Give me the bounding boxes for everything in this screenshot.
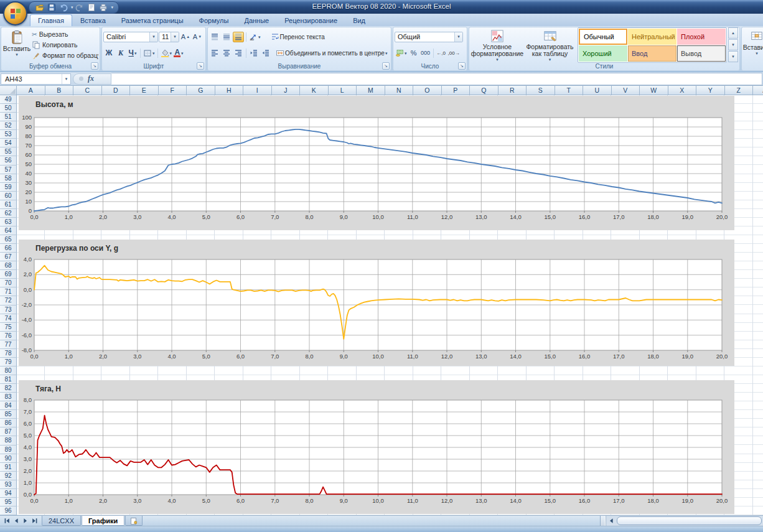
row-header-51[interactable]: 51 [0, 113, 17, 121]
scroll-left-button[interactable] [606, 516, 616, 526]
sheet-nav-next-button[interactable] [21, 516, 30, 525]
paste-button[interactable]: Вставить ▾ [2, 29, 31, 61]
row-header-61[interactable]: 61 [0, 200, 17, 209]
ribbon-tab-review[interactable]: Рецензирование [277, 15, 345, 26]
bold-button[interactable]: Ж [103, 48, 115, 58]
undo-button[interactable] [58, 2, 68, 12]
column-header-C[interactable]: C [73, 86, 102, 95]
quick-print-button[interactable] [98, 2, 109, 12]
cell-style-output[interactable]: Вывод [677, 45, 726, 62]
name-box[interactable]: AH43 ▾ [1, 73, 71, 85]
row-header-91[interactable]: 91 [0, 463, 17, 472]
row-header-81[interactable]: 81 [0, 375, 17, 384]
ribbon-tab-data[interactable]: Данные [236, 15, 276, 26]
ribbon-tab-insert[interactable]: Вставка [73, 15, 113, 26]
redo-button[interactable] [75, 2, 85, 12]
row-header-87[interactable]: 87 [0, 427, 17, 436]
align-bottom-button[interactable] [233, 32, 244, 42]
insert-cells-button[interactable]: Вставить ▾ [743, 29, 763, 61]
row-header-57[interactable]: 57 [0, 166, 17, 174]
row-header-69[interactable]: 69 [0, 270, 17, 279]
row-header-58[interactable]: 58 [0, 174, 17, 183]
ribbon-tab-page-layout[interactable]: Разметка страницы [114, 15, 191, 26]
row-header-50[interactable]: 50 [0, 104, 17, 113]
qat-customize-icon[interactable]: ▾ [111, 5, 114, 10]
row-header-70[interactable]: 70 [0, 279, 17, 287]
column-header-L[interactable]: L [329, 86, 357, 95]
row-header-59[interactable]: 59 [0, 183, 17, 192]
accounting-format-button[interactable]: ▾ [395, 48, 408, 58]
row-header-85[interactable]: 85 [0, 410, 17, 419]
row-header-67[interactable]: 67 [0, 253, 17, 261]
row-header-77[interactable]: 77 [0, 340, 17, 349]
increase-decimal-button[interactable]: ←,0 [436, 48, 447, 58]
italic-button[interactable]: К [115, 48, 126, 58]
font-name-combo[interactable]: Calibri▾ [103, 32, 158, 42]
row-header-55[interactable]: 55 [0, 147, 17, 156]
row-header-71[interactable]: 71 [0, 287, 17, 296]
number-dialog-launcher[interactable]: ↘ [458, 62, 466, 70]
row-header-86[interactable]: 86 [0, 419, 17, 427]
row-header-75[interactable]: 75 [0, 323, 17, 332]
horizontal-scrollbar[interactable] [606, 516, 763, 526]
name-box-dropdown-arrow[interactable]: ▾ [62, 74, 70, 84]
decrease-font-button[interactable]: A▼ [192, 32, 203, 42]
cell-style-normal[interactable]: Обычный [579, 29, 627, 45]
sheet-nav-last-button[interactable] [30, 516, 39, 525]
sheet-tab-24lcxx[interactable]: 24LCXX [42, 516, 81, 526]
column-header-B[interactable]: B [45, 86, 74, 95]
scrollbar-thumb[interactable] [617, 516, 762, 525]
wrap-text-button[interactable]: Перенос текста [271, 31, 325, 43]
row-header-66[interactable]: 66 [0, 244, 17, 253]
column-header-A[interactable]: A [17, 86, 45, 95]
styles-scroll-down-button[interactable]: ▼ [728, 39, 738, 50]
comma-style-button[interactable]: 000 [420, 48, 431, 58]
row-header-83[interactable]: 83 [0, 393, 17, 401]
column-header-I[interactable]: I [243, 86, 272, 95]
column-header-X[interactable]: X [668, 86, 697, 95]
row-header-84[interactable]: 84 [0, 401, 17, 410]
row-header-95[interactable]: 95 [0, 498, 17, 506]
row-header-76[interactable]: 76 [0, 332, 17, 340]
column-header-D[interactable]: D [102, 86, 131, 95]
row-header-90[interactable]: 90 [0, 454, 17, 463]
column-header-K[interactable]: K [300, 86, 329, 95]
cell-style-bad[interactable]: Плохой [677, 29, 726, 45]
paste-dropdown-arrow[interactable]: ▾ [16, 52, 18, 57]
column-header-T[interactable]: T [555, 86, 584, 95]
align-top-button[interactable] [209, 32, 220, 42]
column-header-N[interactable]: N [385, 86, 414, 95]
column-header-V[interactable]: V [612, 86, 640, 95]
clipboard-dialog-launcher[interactable]: ↘ [91, 62, 98, 70]
row-header-49[interactable]: 49 [0, 95, 17, 104]
row-header-60[interactable]: 60 [0, 192, 17, 200]
row-header-65[interactable]: 65 [0, 235, 17, 244]
row-header-92[interactable]: 92 [0, 472, 17, 480]
increase-font-button[interactable]: A▲ [180, 32, 191, 42]
sheet-tab-grafiki[interactable]: Графики [82, 516, 124, 526]
row-header-93[interactable]: 93 [0, 480, 17, 489]
ribbon-tab-formulas[interactable]: Формулы [192, 15, 236, 26]
align-center-button[interactable] [221, 48, 232, 58]
column-header-Z[interactable]: Z [725, 86, 754, 95]
row-header-53[interactable]: 53 [0, 130, 17, 139]
row-header-64[interactable]: 64 [0, 226, 17, 235]
sheet-nav-first-button[interactable] [2, 516, 11, 525]
underline-dropdown-arrow[interactable]: ▾ [134, 51, 137, 55]
column-header-R[interactable]: R [499, 86, 527, 95]
row-header-54[interactable]: 54 [0, 139, 17, 147]
chart-thrust[interactable]: Тяга, Н 0,01,02,03,04,05,06,07,08,00,01,… [19, 380, 734, 514]
ribbon-tab-view[interactable]: Вид [345, 15, 373, 26]
row-header-74[interactable]: 74 [0, 314, 17, 323]
print-preview-button[interactable] [87, 2, 97, 12]
fill-color-button[interactable]: ▾ [160, 48, 173, 58]
increase-indent-button[interactable] [260, 48, 271, 58]
tab-split-handle[interactable] [600, 516, 606, 526]
align-right-button[interactable] [233, 48, 244, 58]
row-header-96[interactable]: 96 [0, 506, 17, 515]
fx-icon[interactable]: fx [88, 74, 94, 83]
conditional-formatting-button[interactable]: Условное форматирование ▾ [470, 28, 524, 62]
styles-scroll-up-button[interactable]: ▲ [728, 27, 738, 39]
cut-button[interactable]: ✂Вырезать [31, 29, 98, 39]
column-header-S[interactable]: S [527, 86, 555, 95]
